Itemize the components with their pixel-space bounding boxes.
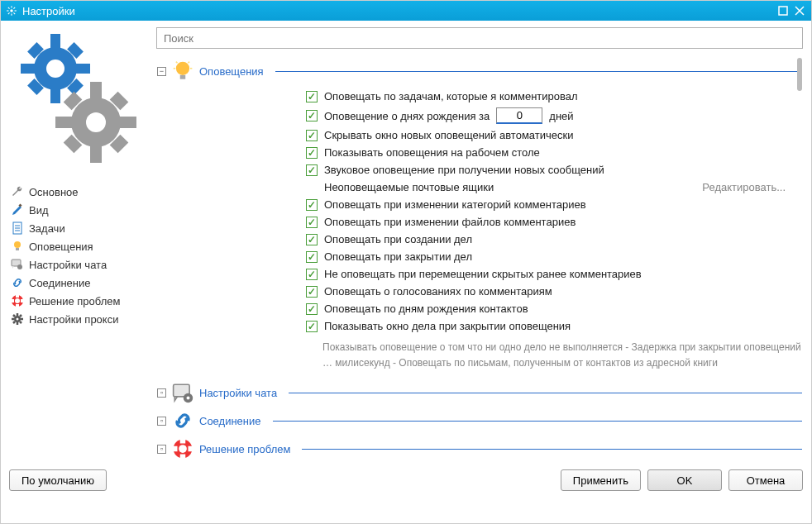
opt-row: Звуковое оповещение при получении новых … bbox=[306, 161, 802, 179]
gears-illustration bbox=[9, 27, 141, 160]
svg-line-8 bbox=[13, 7, 15, 9]
gear-small-icon bbox=[6, 5, 17, 17]
edit-link[interactable]: Редактировать... bbox=[702, 181, 786, 193]
chat-gear-icon bbox=[171, 381, 194, 404]
svg-rect-68 bbox=[180, 438, 186, 444]
checkbox[interactable] bbox=[306, 269, 318, 280]
checkbox[interactable] bbox=[306, 217, 318, 228]
maximize-button[interactable] bbox=[776, 4, 790, 17]
checkbox[interactable] bbox=[306, 91, 318, 102]
svg-point-57 bbox=[176, 62, 189, 75]
divider bbox=[289, 393, 802, 393]
close-button[interactable] bbox=[793, 4, 806, 17]
section-title: Настройки чата bbox=[199, 387, 277, 399]
svg-rect-26 bbox=[120, 117, 136, 128]
gear-icon bbox=[11, 312, 24, 326]
apply-button[interactable]: Применить bbox=[561, 469, 641, 491]
nav-item-general[interactable]: Основное bbox=[9, 183, 150, 201]
nav-item-tasks[interactable]: Задачи bbox=[9, 219, 150, 237]
checkbox[interactable] bbox=[306, 321, 318, 332]
svg-line-54 bbox=[13, 322, 15, 323]
document-icon bbox=[11, 222, 24, 235]
bulb-icon bbox=[11, 240, 24, 253]
svg-rect-15 bbox=[21, 64, 36, 74]
defaults-button[interactable]: По умолчанию bbox=[9, 469, 107, 491]
ok-button[interactable]: OK bbox=[647, 469, 722, 491]
right-pane: − Оповещения Оповещать по задачам, котор… bbox=[156, 27, 803, 463]
nav-item-connection[interactable]: Соединение bbox=[9, 274, 150, 292]
collapse-toggle[interactable]: − bbox=[157, 67, 166, 76]
svg-rect-69 bbox=[180, 455, 186, 460]
svg-line-62 bbox=[189, 62, 190, 64]
footnote: Показывать оповещение о том что ни одно … bbox=[322, 340, 802, 371]
opt-row: Показывать оповещения на рабочем столе bbox=[306, 144, 802, 161]
nav-item-chat[interactable]: Настройки чата bbox=[9, 255, 150, 274]
checkbox[interactable] bbox=[306, 234, 318, 245]
opt-label: Оповещать о голосованиях по комментариям bbox=[324, 285, 552, 298]
section-title: Оповещения bbox=[199, 65, 264, 78]
svg-rect-16 bbox=[75, 64, 90, 74]
svg-line-7 bbox=[8, 12, 10, 14]
opt-label: Оповещать при изменении категорий коммен… bbox=[324, 198, 586, 211]
nav-item-proxy[interactable]: Настройки прокси bbox=[9, 310, 150, 328]
nav-item-troubleshoot[interactable]: Решение проблем bbox=[9, 292, 150, 310]
divider bbox=[273, 421, 803, 422]
svg-point-67 bbox=[179, 445, 187, 454]
link-icon bbox=[171, 409, 194, 432]
svg-line-61 bbox=[176, 62, 178, 64]
expand-toggle[interactable]: ▫ bbox=[157, 417, 166, 426]
checkbox[interactable] bbox=[306, 164, 318, 176]
checkbox[interactable] bbox=[306, 199, 318, 211]
bulb-icon bbox=[171, 60, 194, 83]
checkbox[interactable] bbox=[306, 147, 318, 159]
svg-line-55 bbox=[20, 315, 21, 317]
checkbox[interactable] bbox=[306, 110, 318, 121]
wrench-icon bbox=[11, 185, 24, 198]
nav-label: Оповещения bbox=[29, 241, 93, 253]
button-bar: По умолчанию Применить OK Отмена bbox=[9, 463, 803, 494]
search-input[interactable] bbox=[156, 27, 803, 49]
nav-label: Задачи bbox=[29, 222, 65, 235]
opt-row: Оповещать при изменении файлов комментар… bbox=[306, 213, 802, 231]
svg-rect-44 bbox=[16, 304, 19, 307]
opt-label: Скрывать окно новых оповещений автоматич… bbox=[324, 129, 573, 141]
opt-row-birthday: Оповещение о днях рождения задней bbox=[306, 105, 802, 126]
section-troubleshoot-header: ▫ Решение проблем bbox=[157, 437, 802, 460]
svg-rect-58 bbox=[180, 75, 186, 79]
search-row bbox=[156, 27, 803, 49]
cancel-button[interactable]: Отмена bbox=[728, 469, 803, 491]
section-title: Соединение bbox=[199, 415, 261, 427]
opt-row: Показывать окно дела при закрытии оповещ… bbox=[306, 317, 802, 335]
window-title: Настройки bbox=[22, 5, 773, 17]
opt-row: Оповещать по дням рождения контактов bbox=[306, 300, 802, 317]
svg-line-52 bbox=[13, 315, 15, 317]
checkbox[interactable] bbox=[306, 251, 318, 263]
opt-label: Оповещать по задачам, которые я комменти… bbox=[324, 90, 578, 102]
section-connection-header: ▫ Соединение bbox=[157, 409, 802, 432]
nav-label: Основное bbox=[29, 186, 79, 198]
section-chat-header: ▫ Настройки чата bbox=[157, 381, 802, 404]
nav-item-view[interactable]: Вид bbox=[9, 201, 150, 219]
checkbox[interactable] bbox=[306, 286, 318, 298]
expand-toggle[interactable]: ▫ bbox=[157, 445, 166, 454]
scrollbar[interactable] bbox=[797, 58, 802, 91]
svg-rect-25 bbox=[55, 117, 72, 128]
opt-label: Оповещать при закрытии дел bbox=[324, 250, 472, 263]
expand-toggle[interactable]: ▫ bbox=[157, 388, 166, 398]
svg-point-21 bbox=[46, 60, 64, 78]
nav-item-notifications[interactable]: Оповещения bbox=[9, 237, 150, 255]
svg-rect-46 bbox=[21, 299, 24, 302]
opt-label: Оповещать при изменении файлов комментар… bbox=[324, 216, 576, 228]
svg-rect-24 bbox=[90, 146, 102, 163]
checkbox[interactable] bbox=[306, 303, 318, 315]
lifebuoy-icon bbox=[171, 437, 194, 460]
brush-icon bbox=[11, 203, 24, 217]
svg-rect-9 bbox=[779, 7, 787, 15]
opt-label: Показывать окно дела при закрытии оповещ… bbox=[324, 320, 571, 332]
opt-row-mailboxes: Неоповещаемые почтовые ящикиРедактироват… bbox=[306, 179, 802, 196]
opt-label: Звуковое оповещение при получении новых … bbox=[324, 164, 604, 176]
nav-label: Настройки чата bbox=[29, 259, 107, 271]
nav-label: Соединение bbox=[29, 277, 91, 289]
days-input[interactable] bbox=[496, 107, 542, 124]
checkbox[interactable] bbox=[306, 130, 318, 141]
